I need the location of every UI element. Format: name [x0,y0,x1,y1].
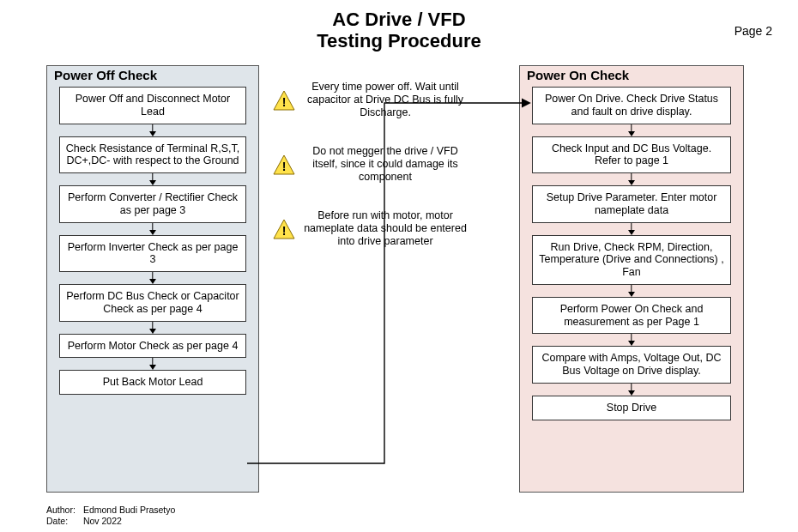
step-text: Perform Motor Check as per page 4 [68,340,239,353]
power-on-group: Power On Check Power On Drive. Check Dri… [519,65,744,493]
step-text: Power Off and Disconnect Motor Lead [65,93,240,118]
title-line-2: Testing Procedure [0,30,798,51]
power-off-group: Power Off Check Power Off and Disconnect… [46,65,259,493]
step-box: Perform Motor Check as per page 4 [59,334,246,359]
step-box: Perform Inverter Check as per page 3 [59,235,246,273]
footer-author-row: Author: Edmond Budi Prasetyo [46,505,175,516]
warnings-column: ! Every time power off. Wait until capac… [273,81,487,248]
diagram-canvas: Power Off Check Power Off and Disconnect… [0,60,798,515]
step-box: Check Input and DC Bus Voltage. Refer to… [532,136,731,174]
step-box: Perform DC Bus Check or Capacitor Check … [59,284,246,322]
step-text: Perform Converter / Rectifier Check as p… [65,191,240,217]
footer-meta: Author: Edmond Budi Prasetyo Date: Nov 2… [46,505,175,527]
step-text: Perform Inverter Check as per page 3 [65,241,240,267]
power-on-steps: Power On Drive. Check Drive Status and f… [529,87,735,420]
step-box: Setup Drive Parameter. Enter motor namep… [532,185,731,223]
warning-row: ! Do not megger the drive / VFD itself, … [273,145,487,184]
svg-text:!: ! [282,95,287,109]
step-text: Perform Power On Check and measurement a… [538,303,725,329]
warning-text: Do not megger the drive / VFD itself, si… [304,145,467,184]
svg-text:!: ! [282,224,287,238]
step-box: Check Resistance of Terminal R,S,T, DC+,… [59,136,246,174]
warning-icon: ! [273,219,295,239]
step-text: Compare with Amps, Voltage Out, DC Bus V… [538,352,725,378]
svg-text:!: ! [282,160,287,173]
step-box: Compare with Amps, Voltage Out, DC Bus V… [532,346,731,384]
step-text: Check Input and DC Bus Voltage. Refer to… [538,142,725,168]
step-box: Stop Drive [532,396,731,420]
warning-icon: ! [273,154,295,175]
step-box: Perform Converter / Rectifier Check as p… [59,185,246,223]
step-box: Run Drive, Check RPM, Direction, Tempera… [532,235,731,285]
title-line-1: AC Drive / VFD [0,9,798,30]
step-box: Power On Drive. Check Drive Status and f… [532,87,731,124]
warning-text: Every time power off. Wait until capacit… [304,81,467,119]
power-on-title: Power On Check [527,68,629,82]
power-off-steps: Power Off and Disconnect Motor Lead Chec… [56,87,250,395]
step-text: Power On Drive. Check Drive Status and f… [538,93,725,118]
step-box: Power Off and Disconnect Motor Lead [59,87,246,124]
date-label: Date: [46,516,81,527]
step-text: Setup Drive Parameter. Enter motor namep… [538,191,725,217]
date-value: Nov 2022 [83,516,122,526]
author-label: Author: [46,505,81,516]
page-title-block: AC Drive / VFD Testing Procedure [0,0,798,52]
step-box: Put Back Motor Lead [59,370,246,395]
footer-date-row: Date: Nov 2022 [46,516,175,527]
step-text: Run Drive, Check RPM, Direction, Tempera… [538,241,725,279]
warning-row: ! Every time power off. Wait until capac… [273,81,487,119]
warning-text: Before run with motor, motor nameplate d… [304,209,467,248]
warning-icon: ! [273,90,295,111]
step-text: Check Resistance of Terminal R,S,T, DC+,… [65,142,240,168]
step-text: Put Back Motor Lead [103,376,203,389]
step-text: Stop Drive [607,402,656,414]
warning-row: ! Before run with motor, motor nameplate… [273,209,487,248]
page-number: Page 2 [735,24,772,38]
step-box: Perform Power On Check and measurement a… [532,297,731,335]
author-name: Edmond Budi Prasetyo [83,505,175,515]
step-text: Perform DC Bus Check or Capacitor Check … [65,290,240,316]
power-off-title: Power Off Check [54,68,157,82]
